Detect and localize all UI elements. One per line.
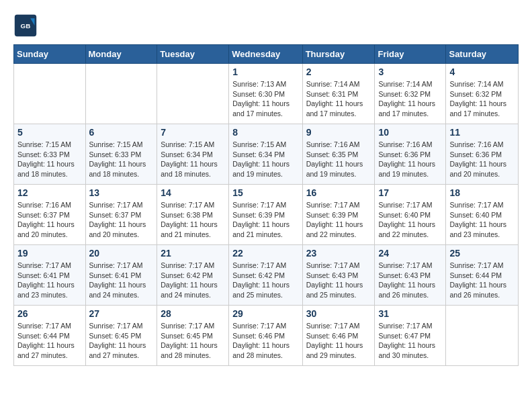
calendar-cell: 13Sunrise: 7:17 AMSunset: 6:37 PMDayligh… — [85, 185, 157, 245]
day-number: 22 — [232, 248, 298, 259]
calendar-week-2: 5Sunrise: 7:15 AMSunset: 6:33 PMDaylight… — [14, 124, 519, 185]
day-info: Sunrise: 7:17 AMSunset: 6:40 PMDaylight:… — [449, 200, 515, 240]
calendar-cell: 1Sunrise: 7:13 AMSunset: 6:30 PMDaylight… — [229, 64, 302, 124]
logo-icon: GB — [13, 13, 38, 38]
day-number: 5 — [17, 127, 82, 138]
day-info: Sunrise: 7:13 AMSunset: 6:30 PMDaylight:… — [232, 79, 298, 119]
calendar-cell: 19Sunrise: 7:17 AMSunset: 6:41 PMDayligh… — [14, 245, 86, 306]
calendar-week-5: 26Sunrise: 7:17 AMSunset: 6:44 PMDayligh… — [14, 306, 519, 366]
day-number: 20 — [89, 248, 154, 259]
calendar-cell: 3Sunrise: 7:14 AMSunset: 6:32 PMDaylight… — [375, 64, 446, 124]
day-number: 9 — [306, 127, 371, 138]
calendar-cell: 12Sunrise: 7:16 AMSunset: 6:37 PMDayligh… — [14, 185, 86, 245]
weekday-header-tuesday: Tuesday — [157, 45, 229, 64]
calendar-cell: 10Sunrise: 7:16 AMSunset: 6:36 PMDayligh… — [375, 124, 446, 185]
weekday-header-sunday: Sunday — [14, 45, 86, 64]
calendar-cell: 30Sunrise: 7:17 AMSunset: 6:46 PMDayligh… — [302, 306, 375, 366]
calendar-cell: 16Sunrise: 7:17 AMSunset: 6:39 PMDayligh… — [302, 185, 375, 245]
day-info: Sunrise: 7:17 AMSunset: 6:37 PMDaylight:… — [89, 200, 154, 240]
header: GB — [13, 13, 519, 38]
day-info: Sunrise: 7:17 AMSunset: 6:44 PMDaylight:… — [17, 321, 82, 361]
day-number: 13 — [89, 187, 154, 198]
day-number: 31 — [378, 308, 442, 319]
weekday-row: SundayMondayTuesdayWednesdayThursdayFrid… — [14, 45, 519, 64]
day-number: 17 — [378, 187, 442, 198]
day-number: 24 — [378, 248, 442, 259]
day-info: Sunrise: 7:16 AMSunset: 6:36 PMDaylight:… — [449, 140, 515, 179]
calendar-cell: 6Sunrise: 7:15 AMSunset: 6:33 PMDaylight… — [85, 124, 157, 185]
day-number: 16 — [306, 187, 371, 198]
day-info: Sunrise: 7:17 AMSunset: 6:46 PMDaylight:… — [232, 321, 298, 361]
day-info: Sunrise: 7:16 AMSunset: 6:35 PMDaylight:… — [306, 140, 371, 179]
day-number: 6 — [89, 127, 154, 138]
calendar-cell: 11Sunrise: 7:16 AMSunset: 6:36 PMDayligh… — [446, 124, 519, 185]
weekday-header-thursday: Thursday — [302, 45, 375, 64]
calendar-body: 1Sunrise: 7:13 AMSunset: 6:30 PMDaylight… — [14, 64, 519, 366]
calendar-cell: 21Sunrise: 7:17 AMSunset: 6:42 PMDayligh… — [157, 245, 229, 306]
weekday-header-friday: Friday — [375, 45, 446, 64]
day-number: 10 — [378, 127, 442, 138]
calendar-cell — [14, 64, 86, 124]
day-info: Sunrise: 7:17 AMSunset: 6:38 PMDaylight:… — [161, 200, 225, 240]
day-info: Sunrise: 7:14 AMSunset: 6:32 PMDaylight:… — [449, 79, 515, 119]
logo: GB — [13, 13, 40, 38]
calendar-cell: 14Sunrise: 7:17 AMSunset: 6:38 PMDayligh… — [157, 185, 229, 245]
calendar-cell: 4Sunrise: 7:14 AMSunset: 6:32 PMDaylight… — [446, 64, 519, 124]
weekday-header-saturday: Saturday — [446, 45, 519, 64]
calendar-cell — [446, 306, 519, 366]
day-info: Sunrise: 7:17 AMSunset: 6:46 PMDaylight:… — [306, 321, 371, 361]
day-number: 29 — [232, 308, 298, 319]
calendar-cell — [157, 64, 229, 124]
calendar-cell: 2Sunrise: 7:14 AMSunset: 6:31 PMDaylight… — [302, 64, 375, 124]
day-info: Sunrise: 7:17 AMSunset: 6:45 PMDaylight:… — [89, 321, 154, 361]
page-container: GB SundayMondayTuesdayWednesdayThursdayF… — [13, 13, 519, 366]
day-info: Sunrise: 7:17 AMSunset: 6:43 PMDaylight:… — [378, 261, 442, 300]
day-info: Sunrise: 7:16 AMSunset: 6:36 PMDaylight:… — [378, 140, 442, 179]
calendar-header: SundayMondayTuesdayWednesdayThursdayFrid… — [14, 45, 519, 64]
calendar-cell: 22Sunrise: 7:17 AMSunset: 6:42 PMDayligh… — [229, 245, 302, 306]
day-number: 7 — [161, 127, 225, 138]
day-info: Sunrise: 7:17 AMSunset: 6:47 PMDaylight:… — [378, 321, 442, 361]
day-number: 2 — [306, 66, 371, 77]
calendar-cell: 20Sunrise: 7:17 AMSunset: 6:41 PMDayligh… — [85, 245, 157, 306]
day-info: Sunrise: 7:17 AMSunset: 6:44 PMDaylight:… — [449, 261, 515, 300]
svg-text:GB: GB — [21, 22, 31, 30]
day-number: 21 — [161, 248, 225, 259]
calendar-cell: 25Sunrise: 7:17 AMSunset: 6:44 PMDayligh… — [446, 245, 519, 306]
calendar-cell: 24Sunrise: 7:17 AMSunset: 6:43 PMDayligh… — [375, 245, 446, 306]
day-number: 12 — [17, 187, 82, 198]
day-info: Sunrise: 7:14 AMSunset: 6:32 PMDaylight:… — [378, 79, 442, 119]
calendar-cell: 26Sunrise: 7:17 AMSunset: 6:44 PMDayligh… — [14, 306, 86, 366]
day-number: 28 — [161, 308, 225, 319]
calendar-table: SundayMondayTuesdayWednesdayThursdayFrid… — [13, 44, 519, 366]
calendar-cell: 8Sunrise: 7:15 AMSunset: 6:34 PMDaylight… — [229, 124, 302, 185]
day-info: Sunrise: 7:17 AMSunset: 6:42 PMDaylight:… — [161, 261, 225, 300]
day-number: 11 — [449, 127, 515, 138]
day-info: Sunrise: 7:15 AMSunset: 6:33 PMDaylight:… — [89, 140, 154, 179]
day-number: 19 — [17, 248, 82, 259]
calendar-cell: 31Sunrise: 7:17 AMSunset: 6:47 PMDayligh… — [375, 306, 446, 366]
day-number: 30 — [306, 308, 371, 319]
day-number: 1 — [232, 66, 298, 77]
calendar-cell: 28Sunrise: 7:17 AMSunset: 6:45 PMDayligh… — [157, 306, 229, 366]
day-number: 3 — [378, 66, 442, 77]
day-number: 8 — [232, 127, 298, 138]
calendar-week-4: 19Sunrise: 7:17 AMSunset: 6:41 PMDayligh… — [14, 245, 519, 306]
calendar-cell: 17Sunrise: 7:17 AMSunset: 6:40 PMDayligh… — [375, 185, 446, 245]
day-number: 18 — [449, 187, 515, 198]
day-info: Sunrise: 7:17 AMSunset: 6:39 PMDaylight:… — [306, 200, 371, 240]
day-number: 23 — [306, 248, 371, 259]
day-info: Sunrise: 7:14 AMSunset: 6:31 PMDaylight:… — [306, 79, 371, 119]
calendar-week-1: 1Sunrise: 7:13 AMSunset: 6:30 PMDaylight… — [14, 64, 519, 124]
calendar-week-3: 12Sunrise: 7:16 AMSunset: 6:37 PMDayligh… — [14, 185, 519, 245]
day-number: 14 — [161, 187, 225, 198]
day-number: 26 — [17, 308, 82, 319]
calendar-cell: 5Sunrise: 7:15 AMSunset: 6:33 PMDaylight… — [14, 124, 86, 185]
day-info: Sunrise: 7:17 AMSunset: 6:41 PMDaylight:… — [17, 261, 82, 300]
day-number: 27 — [89, 308, 154, 319]
calendar-cell: 29Sunrise: 7:17 AMSunset: 6:46 PMDayligh… — [229, 306, 302, 366]
calendar-cell: 15Sunrise: 7:17 AMSunset: 6:39 PMDayligh… — [229, 185, 302, 245]
calendar-cell: 23Sunrise: 7:17 AMSunset: 6:43 PMDayligh… — [302, 245, 375, 306]
day-info: Sunrise: 7:17 AMSunset: 6:40 PMDaylight:… — [378, 200, 442, 240]
calendar-cell: 9Sunrise: 7:16 AMSunset: 6:35 PMDaylight… — [302, 124, 375, 185]
